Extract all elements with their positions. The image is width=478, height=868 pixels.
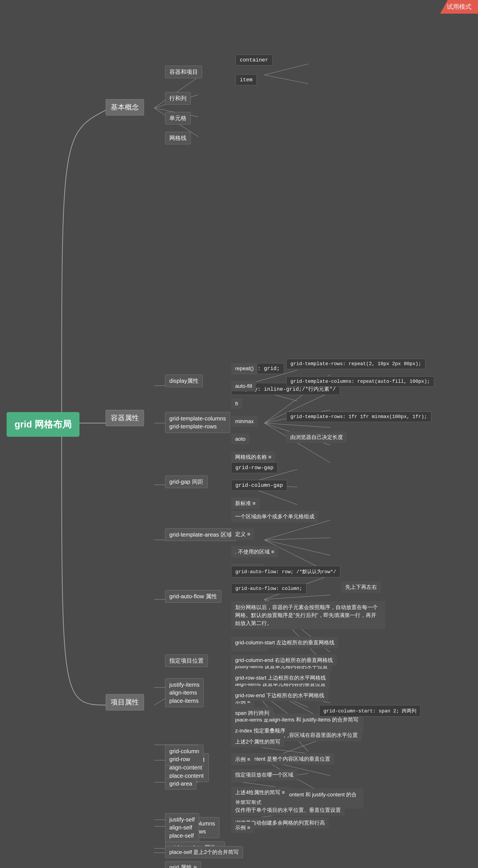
row-start-node: grid-row-start 上边框所在的水平网格线	[231, 672, 330, 684]
gridline-name-node: 网格线的名称 ≡	[231, 451, 275, 463]
grid-auto-flow-node: grid-auto-flow 属性	[165, 590, 221, 603]
span-val-node: grid-column-start: span 2; 跨两列	[319, 705, 420, 717]
grid-gap-node: grid-gap 间距	[165, 475, 208, 488]
justify-items-node: justify-items align-items place-items	[165, 678, 204, 707]
container-node: container	[236, 55, 273, 65]
self-example-node: 示例 ≡	[231, 822, 254, 833]
central-node: grid 网格布局	[7, 412, 79, 437]
item-props-node: 项目属性	[106, 694, 144, 710]
auto-flow-desc-node: 划分网格以后，容器的子元素会按照顺序，自动放置在每一个网格。默认的放置顺序是"先…	[231, 601, 385, 629]
col-start-node: grid-column-start 左边框所在的垂直网格线	[231, 637, 338, 648]
row-col-node: 行和列	[165, 92, 191, 105]
area-desc-node: 一个区域由单个或多个单元格组成	[231, 511, 318, 522]
display-prop-node: display属性	[165, 375, 203, 387]
auto-flow-col-desc-node: 先上下再左右	[341, 581, 381, 593]
place-self-node: place-self 是上2个的合并简写	[165, 846, 243, 858]
autofill-key-node: auto-fill	[231, 381, 256, 391]
grid-col-row-node: grid-column grid-row	[165, 745, 203, 766]
aoto-val-node: 由浏览器自己决定长度	[286, 431, 347, 443]
repeat-key-node: repeat()	[231, 363, 258, 374]
minmax-val-node: grid-template-rows: 1fr 1fr minmax(100px…	[286, 412, 431, 422]
justify-self-node: justify-self align-self place-self	[165, 813, 199, 842]
container-item-node: 容器和项目	[165, 66, 202, 78]
grid-line-node: 网格线	[165, 132, 191, 144]
grid-area-shorthand-node: 上述4给属性的简写 ≡	[231, 787, 289, 798]
auto-flow-row-node: grid-auto-flow: row; /*默认认为row*/	[231, 566, 340, 577]
trial-badge: 试用模式	[440, 0, 478, 14]
col-end-node: grid-column-end 右边框所在的垂直网格线	[231, 654, 337, 666]
repeat-val-node: grid-template-rows: repeat(2, 10px 2px 8…	[286, 359, 425, 369]
fr-node: fr	[231, 398, 242, 409]
area-define-node: 定义 ≡	[231, 528, 254, 540]
grid-col-gap-node: grid-column-gap	[231, 480, 287, 491]
position-spec-node: 指定项目位置	[165, 654, 208, 667]
justify-self-desc-node: 仅作用于单个项目的水平位置、垂直位置设置	[231, 804, 345, 816]
span-key-node: span 跨行跨列	[231, 707, 273, 719]
grid-area-desc1-node: 指定项目放在哪一个区域	[231, 769, 297, 780]
item-node: item	[236, 74, 257, 85]
grid-prop-node: grid 属性 ≡	[165, 861, 201, 868]
aoto-key-node: aoto	[231, 434, 249, 444]
col-row-shorthand-node: 上述2个属性的简写	[231, 736, 284, 747]
grid-template-areas-node: grid-template-areas 区域	[165, 528, 236, 541]
auto-flow-col-node: grid-auto-flow: column;	[231, 584, 306, 594]
col-row-example-node: 示例 ≡	[231, 754, 254, 765]
grid-template-node: grid-template-columns grid-template-rows	[165, 412, 230, 433]
new-standard-node: 新标准 ≡	[231, 498, 260, 509]
area-dot-node: . 不使用的区域 ≡	[231, 546, 278, 558]
basic-concepts-node: 基本概念	[106, 99, 144, 116]
grid-row-gap-node: grid-row-gap	[231, 462, 278, 473]
container-props-node: 容器属性	[106, 410, 144, 426]
grid-area-label-node: grid-area	[165, 778, 196, 789]
autofill-val-node: grid-template-columns: repeat(auto-fill,…	[286, 376, 434, 387]
row-end-node: grid-row-end 下边框所在的水平网格线	[231, 690, 328, 701]
minmax-key-node: minmax	[231, 416, 258, 427]
cell-node: 单元格	[165, 112, 191, 124]
z-index-node: z-index 指定重叠顺序	[231, 725, 289, 737]
